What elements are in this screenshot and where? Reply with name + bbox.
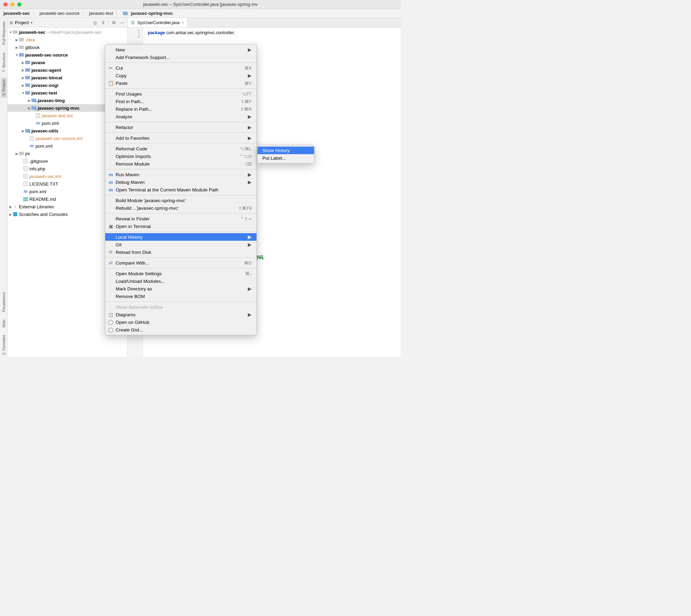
reload-icon: ⟳ xyxy=(108,249,114,255)
menu-mark-directory[interactable]: Mark Directory as▶ xyxy=(105,285,256,292)
menu-compare-with[interactable]: ⇄Compare With...⌘D xyxy=(105,259,256,267)
submenu-put-label[interactable]: Put Label... xyxy=(257,154,314,162)
favorites-tool-tab[interactable]: 2: Favorites xyxy=(1,333,7,357)
menu-reload-disk[interactable]: ⟳Reload from Disk xyxy=(105,248,256,256)
pullrequests-tool-tab[interactable]: Pull Requests xyxy=(1,19,7,47)
editor-tab[interactable]: C SysUserController.java × xyxy=(128,18,187,27)
cut-icon: ✂ xyxy=(108,65,114,71)
window-controls xyxy=(0,2,21,7)
menu-find-in-path[interactable]: Find in Path...⇧⌘F xyxy=(105,98,256,105)
menu-remove-bom[interactable]: Remove BOM xyxy=(105,292,256,300)
maven-icon: m xyxy=(108,172,114,177)
hide-icon[interactable]: — xyxy=(119,20,125,26)
breadcrumb-item[interactable]: javasec-spring-mvc xyxy=(123,11,173,16)
menu-local-history[interactable]: Local History▶ xyxy=(105,233,256,241)
zoom-icon[interactable] xyxy=(17,2,21,7)
menu-reveal-finder[interactable]: Reveal in Finder⌃⇧⇢ xyxy=(105,215,256,222)
diagram-icon: ◫ xyxy=(108,312,114,317)
locate-icon[interactable]: ◎ xyxy=(92,20,98,26)
menu-open-in-terminal[interactable]: ▣Open in Terminal xyxy=(105,222,256,230)
menu-find-usages[interactable]: Find Usages⌥F7 xyxy=(105,90,256,98)
menu-bytecode-outline: Show Bytecode outline xyxy=(105,303,256,311)
tree-node[interactable]: ▶.idea xyxy=(8,36,127,43)
context-menu: New▶ Add Framework Support... ✂Cut⌘X Cop… xyxy=(105,44,257,335)
gear-icon[interactable]: ⚙ xyxy=(111,20,117,26)
maven-debug-icon: m xyxy=(108,180,114,185)
close-icon[interactable]: × xyxy=(182,20,184,25)
compare-icon: ⇄ xyxy=(108,260,114,266)
menu-build-module[interactable]: Build Module 'javasec-spring-mvc' xyxy=(105,197,256,204)
web-tool-tab[interactable]: Web xyxy=(1,317,7,329)
minimize-icon[interactable] xyxy=(10,2,14,7)
menu-add-favorites[interactable]: Add to Favorites▶ xyxy=(105,134,256,142)
menu-debug-maven[interactable]: mDebug Maven▶ xyxy=(105,178,256,186)
paste-icon: 📋 xyxy=(108,80,114,86)
folder-icon xyxy=(123,12,128,15)
menu-copy[interactable]: Copy▶ xyxy=(105,72,256,79)
submenu-show-history[interactable]: Show History xyxy=(257,147,314,154)
editor-tab-label: SysUserController.java xyxy=(137,20,179,25)
menu-optimize-imports[interactable]: Optimize Imports⌃⌥O xyxy=(105,152,256,160)
project-panel-header: ▤ Project ▾ ◎ ⇕ ⚙ — xyxy=(8,18,127,28)
chevron-down-icon[interactable]: ▾ xyxy=(31,21,32,24)
menu-create-gist[interactable]: ◯Create Gist... xyxy=(105,326,256,334)
menu-load-unload[interactable]: Load/Unload Modules... xyxy=(105,277,256,285)
breadcrumb-item[interactable]: javasec-test〉 xyxy=(89,10,121,17)
menu-remove-module[interactable]: Remove Module⌫ xyxy=(105,160,256,168)
collapse-icon[interactable]: ⇕ xyxy=(100,20,106,26)
github-icon: ◯ xyxy=(108,327,114,332)
persistence-tool-tab[interactable]: Persistence xyxy=(1,290,7,314)
github-icon: ◯ xyxy=(108,319,114,325)
menu-diagrams[interactable]: ◫Diagrams▶ xyxy=(105,311,256,318)
menu-open-github[interactable]: ◯Open on GitHub xyxy=(105,318,256,326)
maven-terminal-icon: m xyxy=(108,187,114,192)
context-submenu: Show History Put Label... xyxy=(257,145,314,163)
menu-run-maven[interactable]: mRun Maven▶ xyxy=(105,171,256,178)
tool-window-bar-left: 1: Project 7: Structure Pull Requests 2:… xyxy=(0,18,8,357)
menu-new[interactable]: New▶ xyxy=(105,46,256,53)
project-tool-tab[interactable]: 1: Project xyxy=(1,78,7,98)
menu-rebuild[interactable]: Rebuild ...'javasec-spring-mvc'⇧⌘F9 xyxy=(105,204,256,212)
project-panel-title[interactable]: Project xyxy=(15,20,29,25)
breadcrumb: javaweb-sec〉 javaweb-sec-source〉 javasec… xyxy=(0,9,401,18)
project-selector-icon[interactable]: ▤ xyxy=(10,21,13,24)
menu-reformat-code[interactable]: Reformat Code⌥⌘L xyxy=(105,145,256,152)
class-icon: C xyxy=(130,20,135,25)
menu-analyze[interactable]: Analyze▶ xyxy=(105,113,256,120)
titlebar: javaweb-sec – SysUserController.java [ja… xyxy=(0,0,401,9)
menu-git[interactable]: Git▶ xyxy=(105,241,256,248)
window-title: javaweb-sec – SysUserController.java [ja… xyxy=(143,2,258,7)
menu-add-framework[interactable]: Add Framework Support... xyxy=(105,53,256,61)
menu-cut[interactable]: ✂Cut⌘X xyxy=(105,64,256,72)
menu-open-module-settings[interactable]: Open Module Settings⌘↓ xyxy=(105,270,256,277)
breadcrumb-item[interactable]: javaweb-sec-source〉 xyxy=(40,10,88,17)
close-icon[interactable] xyxy=(3,2,8,7)
menu-refactor[interactable]: Refactor▶ xyxy=(105,123,256,131)
editor-tabs: C SysUserController.java × xyxy=(128,18,401,28)
terminal-icon: ▣ xyxy=(108,223,114,229)
menu-open-terminal-maven[interactable]: mOpen Terminal at the Current Maven Modu… xyxy=(105,186,256,193)
breadcrumb-root[interactable]: javaweb-sec〉 xyxy=(3,10,38,17)
menu-replace-in-path[interactable]: Replace in Path...⇧⌘R xyxy=(105,105,256,113)
menu-paste[interactable]: 📋Paste⌘V xyxy=(105,79,256,87)
tree-root[interactable]: ▼javaweb-sec ~/IdeaProjects/javaweb-sec xyxy=(8,28,127,36)
structure-tool-tab[interactable]: 7: Structure xyxy=(1,50,7,74)
